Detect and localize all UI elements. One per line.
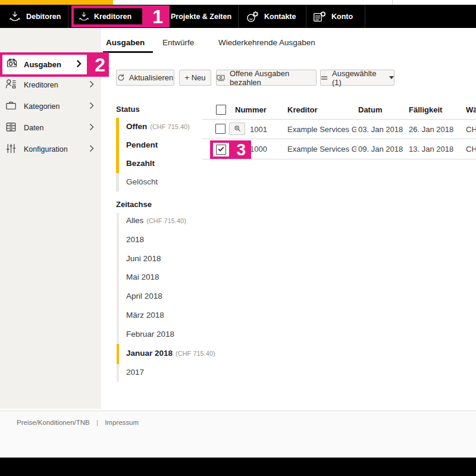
select-all-checkbox[interactable] [216, 105, 226, 115]
sidebar-item-daten[interactable]: Daten [0, 117, 101, 139]
selected-dropdown-button[interactable]: Ausgewählte (1) [320, 70, 394, 86]
timeline-label: Alles [126, 216, 143, 225]
annotation-number-3: 3 [236, 142, 246, 158]
column-header-kreditor[interactable]: Kreditor [287, 105, 318, 114]
timeline-item-februar-2018[interactable]: Februar 2018 [126, 330, 174, 342]
brand-accent-strip [0, 0, 113, 5]
sidebar-item-ausgaben[interactable]: Ausgaben [2, 55, 87, 74]
sidebar-item-label: Kategorien [24, 102, 89, 111]
sidebar-item-label: Kreditoren [24, 81, 89, 89]
column-header-nummer[interactable]: Nummer [235, 105, 267, 114]
nav-divider [306, 5, 306, 28]
refresh-icon [117, 74, 125, 82]
sidebar-item-label: Daten [24, 124, 89, 132]
status-label: Bezahlt [126, 159, 155, 168]
status-item-offen[interactable]: Offen(CHF 715.40) [126, 122, 190, 134]
top-strip-divider [392, 0, 393, 5]
chevron-right-icon [89, 123, 94, 133]
hand-receive-icon [8, 10, 21, 23]
table-divider [202, 159, 476, 159]
nav-item-kontakte[interactable]: Kontakte [245, 5, 296, 28]
app-window: Debitoren Projekte & Zeiten Kontakte [0, 0, 476, 476]
active-tab-underline [103, 51, 153, 53]
timeline-item-2018[interactable]: 2018 [126, 235, 144, 247]
footer-links: Preise/Konditionen/TNB | Impressum [17, 419, 139, 426]
annotation-number-1: 1 [152, 7, 163, 26]
nav-label: Debitoren [26, 12, 61, 21]
person-list-icon [5, 78, 18, 92]
nav-label: Projekte & Zeiten [171, 12, 231, 21]
new-button[interactable]: + Neu [179, 70, 211, 86]
chevron-right-icon [89, 102, 94, 111]
status-item-pendent[interactable]: Pendent [126, 140, 158, 152]
column-header-waehrung[interactable]: Währung [466, 105, 476, 114]
row-checkbox[interactable] [215, 124, 226, 134]
refresh-button[interactable]: Aktualisieren [116, 70, 174, 86]
column-header-faelligkeit[interactable]: Fälligkeit [409, 105, 442, 114]
table-divider [202, 139, 476, 139]
column-header-datum[interactable]: Datum [358, 105, 382, 114]
nav-divider [365, 5, 365, 28]
nav-divider [238, 5, 239, 28]
cell-datum: 09. Jan 2018 [358, 145, 403, 154]
timeline-item-maerz-2018[interactable]: März 2018 [126, 311, 164, 322]
annotation-step-2: Ausgaben 2 [0, 52, 109, 77]
nav-label: Konto [331, 12, 353, 21]
timeline-bar-active [117, 344, 119, 364]
timeline-item-juni-2018[interactable]: Juni 2018 [126, 254, 161, 266]
cell-nummer: 1000 [250, 145, 267, 154]
tab-ausgaben[interactable]: Ausgaben [106, 38, 145, 47]
timeline-label: Januar 2018 [126, 349, 173, 358]
timeline-item-alles[interactable]: Alles(CHF 715.40) [126, 216, 186, 228]
nav-item-projekte-zeiten[interactable]: Projekte & Zeiten [171, 5, 231, 28]
server-drawers-icon [5, 121, 18, 135]
nav-divider [68, 5, 68, 28]
sidebar-item-label: Ausgaben [24, 60, 76, 69]
timeline-item-januar-2018[interactable]: Januar 2018(CHF 715.40) [126, 349, 215, 361]
sidebar-item-label: Konfiguration [24, 145, 89, 154]
status-bar-inactive [116, 173, 119, 192]
tab-entwuerfe[interactable]: Entwürfe [162, 38, 194, 47]
cell-waehrung: CHF [466, 145, 476, 154]
annotation-step-1: Kreditoren 1 [71, 5, 170, 27]
nav-item-kreditoren[interactable]: Kreditoren [74, 8, 142, 24]
cell-datum: 03. Jan 2018 [358, 125, 403, 134]
sidebar-item-kategorien[interactable]: Kategorien [0, 96, 101, 117]
nav-item-debitoren[interactable]: Debitoren [8, 5, 61, 28]
timeline-amount: (CHF 715.40) [146, 217, 186, 224]
table-divider [202, 119, 476, 120]
timeline-item-april-2018[interactable]: April 2018 [126, 292, 162, 303]
footer-link-preise[interactable]: Preise/Konditionen/TNB [17, 419, 90, 426]
sidebar-item-konfiguration[interactable]: Konfiguration [0, 139, 101, 160]
chevron-right-icon [89, 80, 94, 90]
cash-register-icon [5, 57, 18, 73]
status-item-bezahlt[interactable]: Bezahlt [126, 159, 155, 171]
cell-waehrung: CHF [466, 125, 476, 134]
status-bar-active [116, 118, 119, 173]
timeline-item-mai-2018[interactable]: Mai 2018 [126, 273, 159, 284]
briefcase-icon [5, 99, 18, 114]
sidebar-item-kreditoren[interactable]: Kreditoren [0, 74, 101, 96]
footer-link-impressum[interactable]: Impressum [105, 419, 139, 426]
timeline-amount: (CHF 715.40) [176, 350, 215, 357]
timeline-filter-title: Zeitachse [116, 200, 152, 209]
nav-item-konto[interactable]: Konto [312, 5, 353, 28]
nav-label: Kreditoren [94, 12, 131, 21]
pay-open-expenses-button[interactable]: Offene Ausgaben bezahlen [216, 70, 317, 86]
row-checkbox-checked[interactable] [216, 145, 226, 155]
tab-wiederkehrende-ausgaben[interactable]: Wiederkehrende Ausgaben [218, 38, 315, 47]
annotation-number-2: 2 [95, 55, 105, 74]
status-item-geloescht[interactable]: Gelöscht [126, 177, 158, 189]
contact-gear-icon [245, 10, 259, 24]
cell-faelligkeit: 13. Jan 2018 [409, 145, 453, 154]
cell-kreditor: Example Services GmbH [287, 125, 356, 134]
check-icon [217, 145, 225, 155]
row-checkbox-wrapper [213, 143, 229, 156]
bottom-bar [0, 458, 476, 476]
timeline-item-2017[interactable]: 2017 [126, 368, 144, 380]
footer: Preise/Konditionen/TNB | Impressum [0, 411, 476, 458]
zoom-preview-button[interactable] [229, 123, 245, 135]
status-label: Pendent [126, 140, 158, 149]
pay-label: Offene Ausgaben bezahlen [230, 69, 316, 87]
chevron-right-icon [76, 60, 82, 70]
